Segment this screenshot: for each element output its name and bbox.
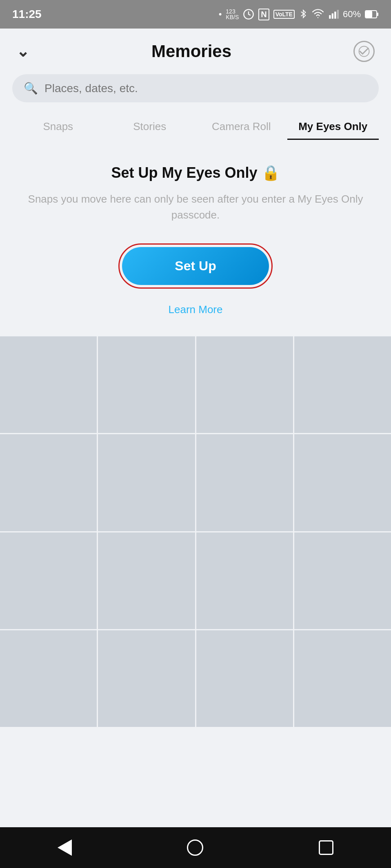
svg-rect-7 xyxy=(366,11,372,18)
photo-cell xyxy=(294,434,391,531)
tab-my-eyes-only[interactable]: My Eyes Only xyxy=(287,115,379,140)
back-button[interactable] xyxy=(58,839,72,856)
status-bar: 11:25 • 123 KB/S N VoLTE 60% xyxy=(0,0,391,29)
recent-apps-icon xyxy=(319,840,333,855)
photo-cell xyxy=(0,434,97,531)
bluetooth-icon xyxy=(299,9,308,20)
signal-icon xyxy=(328,9,339,20)
check-icon xyxy=(358,45,370,57)
svg-rect-6 xyxy=(377,13,378,16)
setup-title: Set Up My Eyes Only 🔒 xyxy=(16,164,375,181)
setup-button-outline: Set Up xyxy=(118,243,273,289)
header: ⌄ Memories xyxy=(0,29,391,70)
data-speed-icon: 123 KB/S xyxy=(226,9,239,20)
search-input[interactable] xyxy=(44,82,367,95)
photo-cell xyxy=(294,630,391,727)
select-button[interactable] xyxy=(353,41,375,62)
notification-dot: • xyxy=(219,9,222,20)
svg-rect-2 xyxy=(332,13,333,19)
recent-apps-button[interactable] xyxy=(319,840,333,855)
tab-snaps[interactable]: Snaps xyxy=(12,115,104,140)
home-button[interactable] xyxy=(187,839,203,856)
setup-button[interactable]: Set Up xyxy=(122,247,269,285)
photo-cell xyxy=(0,532,97,629)
search-icon: 🔍 xyxy=(24,82,38,95)
photo-cell xyxy=(196,532,293,629)
photo-cell xyxy=(196,630,293,727)
wifi-icon xyxy=(312,9,324,20)
battery-percentage: 60% xyxy=(343,9,361,20)
photo-cell xyxy=(98,630,195,727)
photo-cell xyxy=(0,630,97,727)
svg-rect-3 xyxy=(334,12,336,19)
photo-cell xyxy=(98,336,195,433)
clock-icon xyxy=(243,9,254,20)
photo-cell xyxy=(98,532,195,629)
photo-cell xyxy=(294,532,391,629)
my-eyes-only-content: Set Up My Eyes Only 🔒 Snaps you move her… xyxy=(0,140,391,332)
setup-description: Snaps you move here can only be seen aft… xyxy=(16,191,375,223)
photo-cell xyxy=(0,336,97,433)
battery-icon xyxy=(365,10,379,19)
lock-emoji: 🔒 xyxy=(262,164,280,181)
svg-rect-4 xyxy=(337,10,339,19)
search-bar[interactable]: 🔍 xyxy=(12,74,379,102)
photo-cell xyxy=(196,336,293,433)
chevron-down-button[interactable]: ⌄ xyxy=(16,42,29,60)
page-title: Memories xyxy=(151,42,231,61)
setup-button-wrapper: Set Up xyxy=(16,243,375,289)
volte-icon: VoLTE xyxy=(273,10,295,19)
svg-rect-1 xyxy=(329,15,331,19)
photo-grid xyxy=(0,336,391,727)
tab-camera-roll[interactable]: Camera Roll xyxy=(196,115,287,140)
bottom-nav xyxy=(0,827,391,868)
search-container: 🔍 xyxy=(0,70,391,110)
tabs: Snaps Stories Camera Roll My Eyes Only xyxy=(0,110,391,140)
photo-cell xyxy=(294,336,391,433)
status-icons: • 123 KB/S N VoLTE 60% xyxy=(219,9,379,20)
home-icon xyxy=(187,839,203,856)
photo-cell xyxy=(98,434,195,531)
nfc-icon: N xyxy=(258,9,269,20)
photo-cell xyxy=(196,434,293,531)
tab-stories[interactable]: Stories xyxy=(104,115,196,140)
app-container: ⌄ Memories 🔍 Snaps Stories Camera Roll M… xyxy=(0,29,391,727)
status-time: 11:25 xyxy=(12,8,42,21)
learn-more-link[interactable]: Learn More xyxy=(169,303,223,316)
back-icon xyxy=(58,839,72,856)
